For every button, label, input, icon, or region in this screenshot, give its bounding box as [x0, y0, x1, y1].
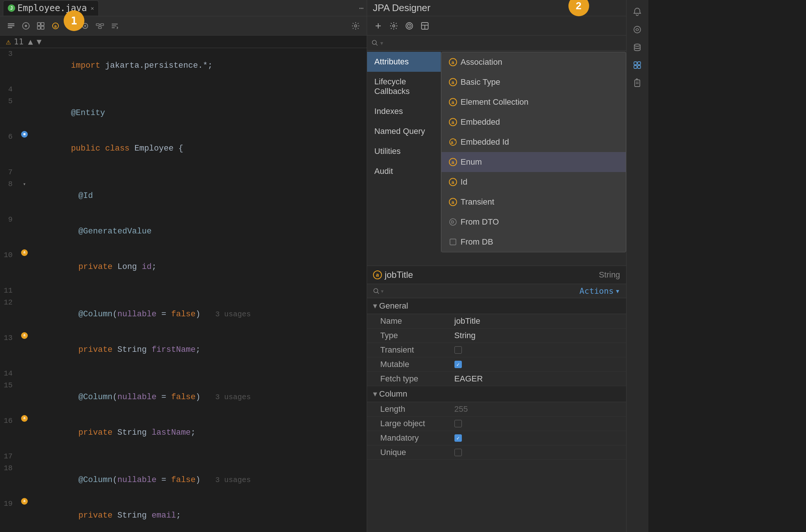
- code-line-6: 6 ■ public class Employee {: [0, 131, 367, 166]
- dropdown-label-transient: Transient: [461, 197, 494, 207]
- jpa-panel: JPA Designer 2: [367, 0, 626, 532]
- toolbar-sort-btn[interactable]: [108, 19, 121, 33]
- transient-checkbox[interactable]: [454, 346, 462, 354]
- warning-count: 11: [14, 37, 24, 46]
- transient-icon: a: [449, 198, 457, 206]
- tab-bar: J Employee.java × ⋯: [0, 0, 367, 16]
- fold-8[interactable]: ▾: [23, 178, 26, 190]
- tab-more-button[interactable]: ⋯: [359, 4, 364, 13]
- dropdown-label-basictype: Basic Type: [461, 77, 500, 87]
- jpa-header: JPA Designer 2: [367, 0, 626, 16]
- nav-item-audit[interactable]: Audit: [367, 161, 441, 181]
- nav-item-utilities[interactable]: Utilities: [367, 141, 441, 161]
- dropdown-item-transient[interactable]: a Transient: [441, 192, 626, 212]
- svg-point-4: [25, 25, 27, 27]
- fromdb-icon: [449, 238, 457, 246]
- embedded-icon: a: [449, 118, 457, 126]
- toolbar-grid-btn[interactable]: [34, 19, 47, 33]
- svg-text:D: D: [451, 220, 454, 224]
- dropdown-label-elementcollection: Element Collection: [461, 97, 528, 107]
- dropdown-item-elementcollection[interactable]: a Element Collection: [441, 92, 626, 112]
- svg-point-43: [374, 289, 378, 293]
- dropdown-label-enum: Enum: [461, 157, 482, 167]
- nav-down-btn[interactable]: ▼: [37, 37, 41, 46]
- toolbar-entity-btn[interactable]: [19, 19, 33, 33]
- warning-bar: ⚠ 11 ▲ ▼: [0, 36, 367, 48]
- svg-point-46: [634, 44, 640, 46]
- prop-transient-label: Transient: [380, 345, 454, 355]
- general-section-header: ▾ General: [367, 298, 626, 314]
- nav-item-attributes[interactable]: Attributes: [367, 52, 441, 72]
- svg-rect-19: [98, 27, 101, 28]
- prop-row-type: Type String: [367, 329, 626, 343]
- dropdown-item-embeddedid[interactable]: a Embedded Id: [441, 132, 626, 152]
- id-icon: a: [449, 178, 457, 186]
- dropdown-item-fromdto[interactable]: D From DTO: [441, 212, 626, 232]
- dropdown-item-id[interactable]: a Id: [441, 172, 626, 192]
- code-line-4: 4: [0, 84, 367, 95]
- prop-mandatory-label: Mandatory: [380, 433, 454, 443]
- attribute-dropdown-list: a Association a Basic Type a Element Col…: [441, 52, 626, 252]
- actions-button[interactable]: Actions ▾: [580, 286, 620, 296]
- unique-checkbox[interactable]: [454, 449, 462, 456]
- svg-text:a: a: [54, 24, 57, 29]
- nav-item-lifecycle[interactable]: Lifecycle Callbacks: [367, 72, 441, 101]
- enum-icon: a: [449, 158, 457, 166]
- nav-item-namedquery[interactable]: Named Query: [367, 121, 441, 141]
- jpa-add-btn[interactable]: [372, 19, 385, 33]
- svg-line-44: [377, 292, 379, 294]
- field-type-icon: a: [373, 270, 382, 279]
- gutter-icon-13: a: [21, 332, 28, 339]
- nav-up-btn[interactable]: ▲: [28, 37, 33, 46]
- jpa-target-btn[interactable]: [403, 19, 416, 33]
- dropdown-label-id: Id: [461, 177, 467, 187]
- sidebar-bell-icon[interactable]: [630, 4, 645, 19]
- field-type-label: String: [599, 270, 620, 280]
- code-line-19: 19 a private String email;: [0, 498, 367, 532]
- code-line-11: 11: [0, 285, 367, 297]
- svg-rect-48: [638, 62, 641, 65]
- jpa-settings-btn[interactable]: [387, 19, 400, 33]
- elementcollection-icon: a: [449, 98, 457, 106]
- svg-point-31: [409, 25, 410, 26]
- svg-point-35: [372, 40, 376, 44]
- sidebar-ai-icon[interactable]: [630, 22, 645, 37]
- toolbar-ann-btn[interactable]: a: [49, 19, 62, 33]
- code-line-17: 17: [0, 451, 367, 462]
- dropdown-label-embeddedid: Embedded Id: [461, 137, 509, 147]
- svg-rect-8: [41, 26, 44, 29]
- toolbar-diagram-btn[interactable]: [93, 19, 107, 33]
- dropdown-item-enum[interactable]: a Enum: [441, 152, 626, 172]
- editor-panel: J Employee.java × ⋯ 1: [0, 0, 367, 532]
- mandatory-checkbox[interactable]: [454, 434, 462, 442]
- jpa-toolbar: [367, 16, 626, 36]
- dropdown-item-basictype[interactable]: a Basic Type: [441, 72, 626, 92]
- column-section-label: Column: [379, 389, 407, 399]
- largeobject-checkbox[interactable]: [454, 420, 462, 427]
- svg-text:a: a: [451, 140, 453, 145]
- toolbar-ddl-btn[interactable]: [4, 19, 18, 33]
- dropdown-item-fromdb[interactable]: From DB: [441, 232, 626, 252]
- toolbar-settings-btn[interactable]: [349, 19, 362, 33]
- prop-name-label: Name: [380, 316, 454, 326]
- jpa-panel-btn[interactable]: [418, 19, 431, 33]
- mutable-checkbox[interactable]: [454, 361, 462, 368]
- svg-rect-18: [101, 24, 104, 26]
- properties-panel: a jobTitle String ▾ Actions ▾ ▾ General …: [367, 266, 626, 532]
- svg-rect-2: [8, 27, 12, 28]
- editor-tab[interactable]: J Employee.java ×: [3, 0, 99, 16]
- general-section-label: General: [379, 301, 408, 311]
- svg-rect-17: [96, 24, 99, 26]
- sidebar-designer-icon[interactable]: [630, 58, 645, 73]
- prop-search-bar: ▾ Actions ▾: [367, 284, 626, 298]
- dropdown-item-association[interactable]: a Association: [441, 52, 626, 72]
- prop-row-name: Name jobTitle: [367, 314, 626, 329]
- code-editor[interactable]: 3 import jakarta.persistence.*; 4 5 @Ent…: [0, 48, 367, 532]
- dropdown-item-embedded[interactable]: a Embedded: [441, 112, 626, 132]
- property-header: a jobTitle String: [367, 266, 626, 284]
- nav-item-indexes[interactable]: Indexes: [367, 101, 441, 121]
- tab-close-button[interactable]: ×: [91, 5, 94, 12]
- sidebar-db-icon[interactable]: [630, 40, 645, 55]
- sidebar-clipboard-icon[interactable]: [630, 75, 645, 90]
- prop-row-largeobject: Large object: [367, 417, 626, 431]
